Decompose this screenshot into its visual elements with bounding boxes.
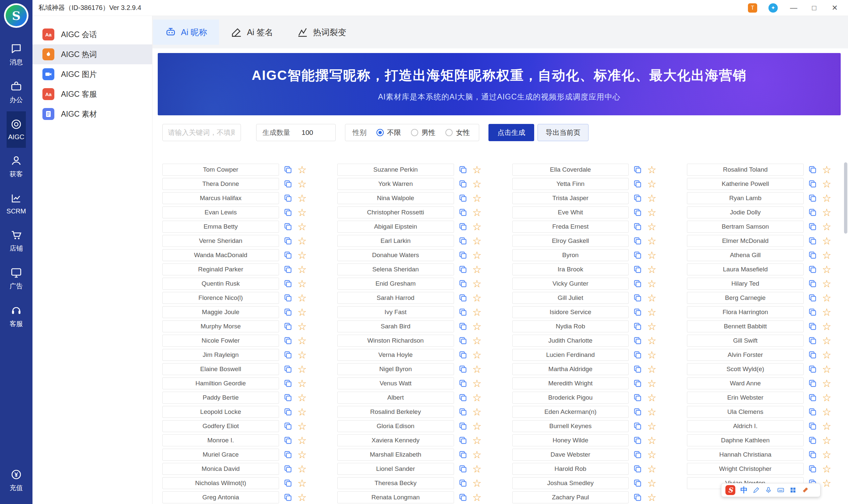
copy-icon[interactable] <box>633 251 642 260</box>
favorite-star-icon[interactable]: ☆ <box>822 407 832 417</box>
copy-icon[interactable] <box>283 379 293 388</box>
favorite-star-icon[interactable]: ☆ <box>822 421 832 431</box>
favorite-star-icon[interactable]: ☆ <box>822 265 832 275</box>
favorite-star-icon[interactable]: ☆ <box>822 193 832 203</box>
rail-item-AIGC[interactable]: AIGC <box>7 111 26 148</box>
favorite-star-icon[interactable]: ☆ <box>472 265 483 275</box>
favorite-star-icon[interactable]: ☆ <box>297 250 308 260</box>
copy-icon[interactable] <box>458 307 468 317</box>
favorite-star-icon[interactable]: ☆ <box>472 350 483 360</box>
copy-icon[interactable] <box>808 364 817 374</box>
copy-icon[interactable] <box>283 407 293 416</box>
copy-icon[interactable] <box>633 165 642 174</box>
favorite-star-icon[interactable]: ☆ <box>647 208 657 218</box>
copy-icon[interactable] <box>458 407 468 416</box>
favorite-star-icon[interactable]: ☆ <box>472 364 483 375</box>
favorite-star-icon[interactable]: ☆ <box>297 350 308 360</box>
favorite-star-icon[interactable]: ☆ <box>297 293 308 303</box>
favorite-star-icon[interactable]: ☆ <box>822 478 832 488</box>
copy-icon[interactable] <box>808 179 817 188</box>
minimize-button[interactable]: — <box>789 4 798 12</box>
copy-icon[interactable] <box>283 208 293 217</box>
favorite-star-icon[interactable]: ☆ <box>472 321 483 332</box>
rail-item-消息[interactable]: 消息 <box>7 36 26 74</box>
favorite-star-icon[interactable]: ☆ <box>822 393 832 403</box>
favorite-star-icon[interactable]: ☆ <box>647 378 657 389</box>
favorite-star-icon[interactable]: ☆ <box>297 279 308 289</box>
rail-item-店铺[interactable]: 店铺 <box>7 222 26 260</box>
scrollbar[interactable] <box>844 162 847 504</box>
rail-item-办公[interactable]: 办公 <box>7 74 26 111</box>
favorite-star-icon[interactable]: ☆ <box>297 364 308 375</box>
favorite-star-icon[interactable]: ☆ <box>647 450 657 460</box>
favorite-star-icon[interactable]: ☆ <box>297 450 308 460</box>
favorite-star-icon[interactable]: ☆ <box>822 208 832 218</box>
rail-item-充值[interactable]: 充值 <box>0 462 33 499</box>
copy-icon[interactable] <box>808 393 817 402</box>
copy-icon[interactable] <box>808 336 817 345</box>
copy-icon[interactable] <box>458 165 468 174</box>
favorite-star-icon[interactable]: ☆ <box>647 193 657 203</box>
favorite-star-icon[interactable]: ☆ <box>822 336 832 346</box>
favorite-star-icon[interactable]: ☆ <box>297 208 308 218</box>
copy-icon[interactable] <box>808 194 817 203</box>
favorite-star-icon[interactable]: ☆ <box>822 279 832 289</box>
copy-icon[interactable] <box>633 421 642 431</box>
copy-icon[interactable] <box>633 450 642 459</box>
count-input[interactable] <box>302 129 331 137</box>
favorite-star-icon[interactable]: ☆ <box>297 307 308 318</box>
copy-icon[interactable] <box>458 222 468 231</box>
copy-icon[interactable] <box>808 436 817 445</box>
copy-icon[interactable] <box>633 350 642 360</box>
export-page-button[interactable]: 导出当前页 <box>538 124 589 141</box>
copy-icon[interactable] <box>808 251 817 260</box>
copy-icon[interactable] <box>283 421 293 431</box>
copy-icon[interactable] <box>633 293 642 303</box>
copy-icon[interactable] <box>808 379 817 388</box>
copy-icon[interactable] <box>808 236 817 246</box>
copy-icon[interactable] <box>633 436 642 445</box>
favorite-star-icon[interactable]: ☆ <box>297 435 308 446</box>
favorite-star-icon[interactable]: ☆ <box>472 464 483 474</box>
favorite-star-icon[interactable]: ☆ <box>472 279 483 289</box>
assistant-icon[interactable]: ✦ <box>769 3 778 13</box>
favorite-star-icon[interactable]: ☆ <box>472 250 483 260</box>
sidebar-item-AIGC 素材[interactable]: AIGC 素材 <box>33 104 152 124</box>
ime-logo-icon[interactable]: S <box>725 485 735 495</box>
copy-icon[interactable] <box>283 251 293 260</box>
gender-option-不限[interactable]: 不限 <box>376 128 401 137</box>
tab-Ai 签名[interactable]: Ai 签名 <box>219 20 285 45</box>
copy-icon[interactable] <box>633 407 642 416</box>
copy-icon[interactable] <box>458 336 468 345</box>
copy-icon[interactable] <box>808 307 817 317</box>
copy-icon[interactable] <box>808 450 817 459</box>
copy-icon[interactable] <box>633 322 642 331</box>
favorite-star-icon[interactable]: ☆ <box>822 179 832 189</box>
favorite-star-icon[interactable]: ☆ <box>647 307 657 318</box>
copy-icon[interactable] <box>808 165 817 174</box>
copy-icon[interactable] <box>458 208 468 217</box>
copy-icon[interactable] <box>808 208 817 217</box>
sidebar-item-AIGC 图片[interactable]: AIGC 图片 <box>33 64 152 84</box>
copy-icon[interactable] <box>633 179 642 188</box>
favorite-star-icon[interactable]: ☆ <box>472 435 483 446</box>
copy-icon[interactable] <box>458 479 468 488</box>
copy-icon[interactable] <box>283 450 293 459</box>
favorite-star-icon[interactable]: ☆ <box>297 393 308 403</box>
copy-icon[interactable] <box>808 322 817 331</box>
copy-icon[interactable] <box>458 450 468 459</box>
copy-icon[interactable] <box>808 350 817 360</box>
copy-icon[interactable] <box>808 421 817 431</box>
toolbox-icon[interactable] <box>801 486 809 494</box>
favorite-star-icon[interactable]: ☆ <box>822 464 832 474</box>
close-button[interactable]: ✕ <box>830 4 840 12</box>
favorite-star-icon[interactable]: ☆ <box>297 407 308 417</box>
favorite-star-icon[interactable]: ☆ <box>647 179 657 189</box>
favorite-star-icon[interactable]: ☆ <box>822 307 832 318</box>
copy-icon[interactable] <box>633 279 642 288</box>
tab-热词裂变[interactable]: 热词裂变 <box>285 20 358 45</box>
favorite-star-icon[interactable]: ☆ <box>822 236 832 246</box>
favorite-star-icon[interactable]: ☆ <box>472 307 483 318</box>
copy-icon[interactable] <box>633 265 642 274</box>
favorite-star-icon[interactable]: ☆ <box>822 435 832 446</box>
